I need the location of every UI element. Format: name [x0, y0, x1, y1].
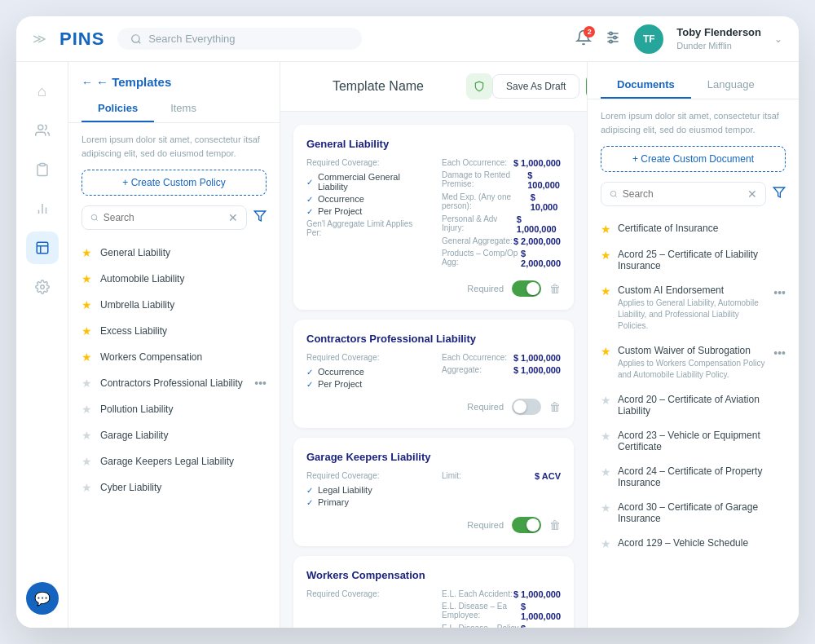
star-icon[interactable]: ★	[601, 345, 611, 358]
user-menu-chevron[interactable]: ⌄	[774, 33, 782, 45]
create-custom-policy-button[interactable]: + Create Custom Policy	[82, 170, 267, 196]
star-icon[interactable]: ★	[82, 324, 92, 337]
sidebar-item-clipboard[interactable]	[26, 153, 59, 186]
tab-policies[interactable]: Policies	[82, 95, 154, 122]
policy-list-item[interactable]: ★ Garage Liability	[68, 422, 280, 448]
document-list-item[interactable]: ★ Custom AI Endorsement Applies to Gener…	[588, 278, 799, 338]
star-icon[interactable]: ★	[601, 430, 611, 443]
policy-search-field[interactable]	[104, 212, 223, 223]
sidebar-item-chart[interactable]	[26, 192, 59, 225]
star-icon[interactable]: ★	[601, 249, 611, 262]
required-label: Required	[467, 520, 504, 530]
star-icon[interactable]: ★	[82, 403, 92, 416]
policy-name: Cyber Liability	[100, 482, 267, 493]
chat-button[interactable]: 💬	[26, 582, 59, 615]
search-clear-button[interactable]: ✕	[228, 211, 238, 224]
coverage-item: ✓ Per Project	[306, 379, 425, 389]
template-name-input[interactable]	[297, 79, 460, 94]
star-icon[interactable]: ★	[601, 465, 611, 479]
star-icon[interactable]: ★	[82, 246, 92, 259]
sidebar-item-templates[interactable]	[26, 232, 59, 264]
sidebar-item-home[interactable]: ⌂	[26, 75, 59, 108]
policy-list-item[interactable]: ★ Workers Compensation	[68, 344, 280, 370]
tab-items[interactable]: Items	[154, 95, 213, 122]
doc-more-options[interactable]: •••	[773, 346, 786, 359]
delete-card-button[interactable]: 🗑	[549, 282, 561, 295]
document-list-item[interactable]: ★ Acord 129 – Vehicle Schedule	[588, 531, 799, 557]
sidebar-item-settings[interactable]	[26, 271, 59, 303]
sidebar: ⌂ 💬	[16, 62, 68, 628]
policy-name: Garage Keepers Legal Liability	[100, 456, 267, 467]
star-icon[interactable]: ★	[601, 223, 611, 236]
policy-search-input[interactable]: ✕	[82, 205, 247, 230]
policy-list-item[interactable]: ★ Contractors Professional Liability •••	[68, 370, 280, 396]
left-panel-description: Lorem ipsum dolor sit amet, consectetur …	[68, 123, 280, 170]
policy-card-title: Workers Compensation	[306, 569, 425, 581]
nav-expand-button[interactable]: ≫	[33, 31, 46, 46]
doc-more-options[interactable]: •••	[773, 286, 786, 299]
policy-card: General Liability Required Coverage: ✓ C…	[293, 125, 574, 310]
star-icon[interactable]: ★	[82, 455, 92, 468]
svg-point-16	[40, 285, 44, 289]
document-search-input[interactable]: ✕	[601, 182, 766, 206]
more-options-button[interactable]: •••	[254, 377, 267, 390]
doc-name: Acord 23 – Vehicle or Equipment Certific…	[618, 430, 786, 452]
doc-name: Acord 129 – Vehicle Schedule	[618, 537, 786, 549]
document-list-item[interactable]: ★ Acord 20 – Certificate of Aviation Lia…	[588, 387, 799, 423]
search-icon	[90, 213, 99, 223]
global-search-bar[interactable]: Search Everything	[117, 28, 362, 50]
doc-filter-button[interactable]	[773, 186, 786, 202]
sidebar-item-users[interactable]	[26, 114, 59, 147]
document-list-item[interactable]: ★ Custom Waiver of Subrogation Applies t…	[588, 338, 799, 387]
star-icon[interactable]: ★	[82, 351, 92, 364]
star-icon[interactable]: ★	[601, 537, 611, 550]
value-amount: $ 1,000,000	[521, 602, 561, 621]
policy-name: Pollution Liability	[100, 404, 267, 415]
settings-button[interactable]	[605, 29, 621, 49]
required-toggle[interactable]	[512, 280, 541, 297]
document-search-field[interactable]	[623, 188, 742, 200]
required-toggle[interactable]	[512, 399, 541, 415]
document-list-item[interactable]: ★ Acord 23 – Vehicle or Equipment Certif…	[588, 423, 799, 459]
doc-search-clear-button[interactable]: ✕	[747, 187, 757, 201]
star-icon[interactable]: ★	[82, 481, 92, 494]
tab-language[interactable]: Language	[691, 72, 771, 99]
filter-button[interactable]	[253, 210, 267, 226]
save-draft-button[interactable]: Save As Draft	[492, 74, 579, 99]
tab-documents[interactable]: Documents	[601, 72, 691, 99]
document-list-item[interactable]: ★ Certificate of Insurance	[588, 216, 799, 242]
star-icon[interactable]: ★	[82, 272, 92, 285]
document-list-item[interactable]: ★ Acord 30 – Certificate of Garage Insur…	[588, 495, 799, 531]
left-panel-header: ← ← Templates	[68, 62, 280, 95]
star-icon[interactable]: ★	[601, 501, 611, 514]
star-icon[interactable]: ★	[82, 429, 92, 442]
policy-list-item[interactable]: ★ Umbrella Liability	[68, 292, 280, 318]
policy-list-item[interactable]: ★ Excess Liability	[68, 318, 280, 344]
coverage-item: ✓ Legal Liability	[306, 485, 425, 495]
create-custom-document-button[interactable]: + Create Custom Document	[601, 146, 786, 172]
star-icon[interactable]: ★	[82, 377, 92, 390]
star-icon[interactable]: ★	[601, 285, 611, 298]
document-list-item[interactable]: ★ Acord 24 – Certificate of Property Ins…	[588, 459, 799, 495]
svg-line-18	[96, 219, 98, 221]
back-button[interactable]: ←	[82, 76, 93, 89]
policy-list-item[interactable]: ★ General Liability	[68, 240, 280, 266]
value-amount: $ 10,000	[531, 192, 561, 212]
policy-list-item[interactable]: ★ Pollution Liability	[68, 396, 280, 422]
app-shell: ≫ PINS Search Everything 2 TF Toby Flend…	[16, 16, 799, 628]
star-icon[interactable]: ★	[82, 298, 92, 311]
document-list-item[interactable]: ★ Acord 25 – Certificate of Liability In…	[588, 242, 799, 278]
delete-card-button[interactable]: 🗑	[549, 518, 561, 532]
content-area: ← ← Templates Policies Items Lorem ipsum…	[68, 62, 799, 628]
coverage-name: Occurrence	[318, 367, 364, 377]
doc-name: Acord 24 – Certificate of Property Insur…	[618, 465, 786, 488]
required-toggle[interactable]	[512, 517, 541, 533]
policy-list-item[interactable]: ★ Garage Keepers Legal Liability	[68, 448, 280, 474]
search-icon	[610, 189, 618, 199]
doc-name: Acord 30 – Certificate of Garage Insuran…	[618, 501, 786, 524]
notification-button[interactable]: 2	[575, 29, 592, 49]
policy-list-item[interactable]: ★ Automobile Liability	[68, 266, 280, 292]
star-icon[interactable]: ★	[601, 394, 611, 407]
policy-list-item[interactable]: ★ Cyber Liability	[68, 474, 280, 501]
delete-card-button[interactable]: 🗑	[549, 400, 561, 413]
